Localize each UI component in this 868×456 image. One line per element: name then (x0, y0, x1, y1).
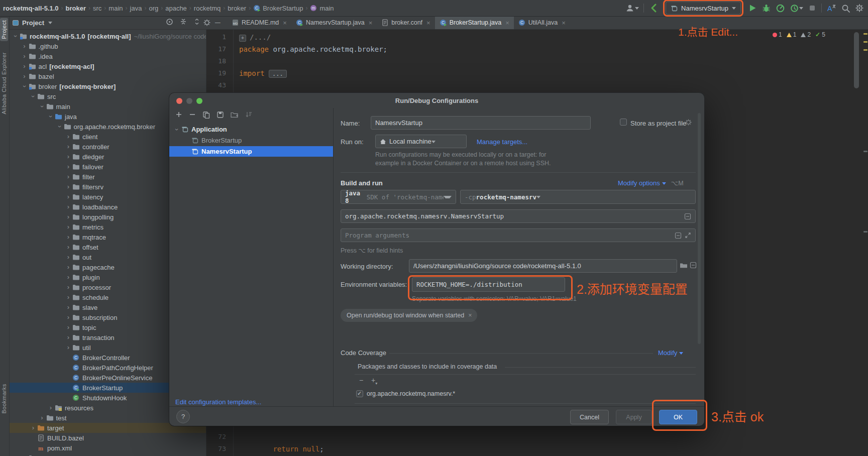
error-stripe-mark[interactable] (863, 33, 867, 35)
chevron-collapsed-icon[interactable]: › (65, 223, 72, 231)
tree-item-acl[interactable]: ›acl[rocketmq-acl] (9, 61, 206, 71)
add-configuration-icon[interactable] (175, 111, 182, 120)
profiler-button[interactable] (776, 2, 785, 14)
chevron-expanded-icon[interactable]: › (12, 33, 19, 40)
chevron-collapsed-icon[interactable]: › (65, 143, 72, 150)
code-fold-region[interactable]: + (239, 35, 246, 42)
chevron-collapsed-icon[interactable]: › (65, 213, 72, 220)
tab-close-icon[interactable]: × (369, 19, 373, 27)
classpath-selector[interactable]: -cp rocketmq-namesrv (460, 190, 696, 204)
tree-item-BUILD.bazel[interactable]: BUILD.bazel (9, 433, 206, 443)
error-stripe-mark[interactable] (863, 49, 867, 51)
breadcrumb-item[interactable]: org (149, 5, 158, 12)
tree-item-pom.xml[interactable]: mpom.xml (9, 443, 206, 453)
breadcrumb-item[interactable]: rocketmq (194, 5, 221, 12)
stop-button[interactable] (808, 2, 817, 14)
insert-macro-icon[interactable] (690, 262, 697, 269)
breadcrumb-item[interactable]: rocketmq-all-5.1.0 (3, 5, 59, 12)
inspection-weak-warning[interactable]: 2 (801, 31, 811, 38)
open-tool-window-chip[interactable]: Open run/debug tool window when started … (341, 309, 477, 322)
chevron-expanded-icon[interactable]: › (39, 103, 46, 110)
insert-macro-icon[interactable] (675, 232, 682, 239)
breadcrumb-item[interactable]: main (108, 5, 123, 12)
modify-options-link[interactable]: Modify options ⌥M (618, 179, 684, 187)
main-class-input[interactable]: org.apache.rocketmq.namesrv.NamesrvStart… (341, 209, 696, 223)
locate-file-icon[interactable] (165, 18, 174, 28)
coverage-entry-checkbox[interactable] (356, 390, 363, 397)
editor-tab-broker.conf[interactable]: broker.conf× (377, 16, 435, 29)
search-icon[interactable] (841, 2, 850, 14)
coverage-modify-link[interactable]: Modify (658, 349, 683, 357)
chevron-collapsed-icon[interactable]: › (65, 304, 72, 311)
editor-tab-BrokerStartup.java[interactable]: CBrokerStartup.java× (435, 16, 514, 29)
chevron-collapsed-icon[interactable]: › (65, 324, 72, 331)
breadcrumb-item[interactable]: java (130, 5, 142, 12)
run-configuration-selector[interactable]: NamesrvStartup (666, 2, 741, 15)
config-type-application[interactable]: › Application (169, 124, 333, 135)
chevron-collapsed-icon[interactable]: › (65, 244, 72, 251)
translate-icon[interactable]: A (826, 2, 836, 14)
chevron-expanded-icon[interactable]: › (21, 83, 28, 90)
help-button[interactable]: ? (176, 410, 190, 423)
editor-tab-README.md[interactable]: MDREADME.md× (227, 16, 291, 29)
breadcrumb-item[interactable]: BrokerStartup (263, 5, 303, 12)
run-with-coverage-button[interactable] (790, 2, 803, 14)
chevron-collapsed-icon[interactable]: › (65, 334, 72, 341)
browse-folder-icon[interactable] (680, 262, 688, 269)
apply-button[interactable]: Apply (616, 410, 652, 424)
breadcrumb-item[interactable]: main (319, 5, 334, 12)
chevron-expanded-icon[interactable]: › (30, 93, 37, 100)
cancel-button[interactable]: Cancel (570, 410, 609, 424)
chevron-collapsed-icon[interactable]: › (65, 264, 72, 271)
chevron-collapsed-icon[interactable]: › (21, 63, 28, 70)
breadcrumb-item[interactable]: broker (228, 5, 246, 12)
chevron-collapsed-icon[interactable]: › (39, 414, 46, 421)
tool-stripe-alibaba-cloud-explorer[interactable]: Alibaba Cloud Explorer (1, 52, 7, 115)
tree-item-.idea[interactable]: ›.idea (9, 51, 206, 61)
chevron-collapsed-icon[interactable]: › (47, 404, 54, 411)
tree-item-client[interactable]: ›client[rocketmq-client] (9, 453, 206, 456)
collapse-all-icon[interactable] (193, 18, 201, 28)
chevron-collapsed-icon[interactable]: › (65, 344, 72, 351)
editor-scrollbar-thumb[interactable] (854, 32, 859, 88)
inspection-ok[interactable]: ✓5 (815, 31, 825, 38)
chevron-expanded-icon[interactable]: › (56, 123, 63, 130)
chevron-collapsed-icon[interactable]: › (65, 163, 72, 170)
expand-field-icon[interactable] (685, 232, 691, 239)
tab-close-icon[interactable]: × (426, 19, 430, 27)
sort-configurations-icon[interactable] (245, 111, 252, 120)
copy-configuration-icon[interactable] (202, 111, 210, 121)
error-stripe-mark[interactable] (863, 41, 867, 43)
chevron-collapsed-icon[interactable]: › (65, 153, 72, 160)
back-arrow-icon[interactable] (648, 2, 659, 14)
coverage-remove-icon[interactable]: − (359, 376, 363, 384)
edit-configuration-templates-link[interactable]: Edit configuration templates... (175, 398, 261, 406)
debug-button[interactable] (762, 2, 771, 14)
new-folder-icon[interactable] (231, 111, 239, 120)
inspection-warning[interactable]: 1 (787, 31, 797, 38)
error-stripe-mark[interactable] (863, 231, 867, 233)
tab-close-icon[interactable]: × (562, 19, 566, 27)
tree-item-bazel[interactable]: ›bazel (9, 71, 206, 81)
panel-options-gear-icon[interactable] (203, 19, 211, 29)
user-account-icon[interactable] (625, 2, 639, 14)
breadcrumb-item[interactable]: src (93, 5, 101, 12)
insert-macro-icon[interactable] (684, 213, 691, 220)
chevron-collapsed-icon[interactable]: › (65, 234, 72, 241)
tree-item-.github[interactable]: ›.github (9, 41, 206, 51)
chevron-collapsed-icon[interactable]: › (65, 173, 72, 180)
store-as-project-file-checkbox[interactable] (620, 119, 627, 126)
run-button[interactable] (748, 2, 757, 14)
chevron-expanded-icon[interactable]: › (47, 113, 54, 120)
breadcrumb-item[interactable]: broker (66, 5, 86, 12)
editor-tab-UtilAll.java[interactable]: CUtilAll.java× (514, 16, 570, 29)
error-stripe-mark[interactable] (863, 151, 867, 152)
save-configuration-icon[interactable] (216, 111, 224, 121)
editor-tab-NamesrvStartup.java[interactable]: CNamesrvStartup.java× (291, 16, 377, 29)
tab-close-icon[interactable]: × (283, 19, 287, 27)
chevron-collapsed-icon[interactable]: › (65, 203, 72, 210)
tree-item-broker[interactable]: ›broker[rocketmq-broker] (9, 81, 206, 91)
inspection-error[interactable]: 1 (773, 31, 782, 38)
config-item-namesrvstartup-selected[interactable]: NamesrvStartup (169, 146, 333, 157)
chevron-collapsed-icon[interactable]: › (65, 274, 72, 281)
